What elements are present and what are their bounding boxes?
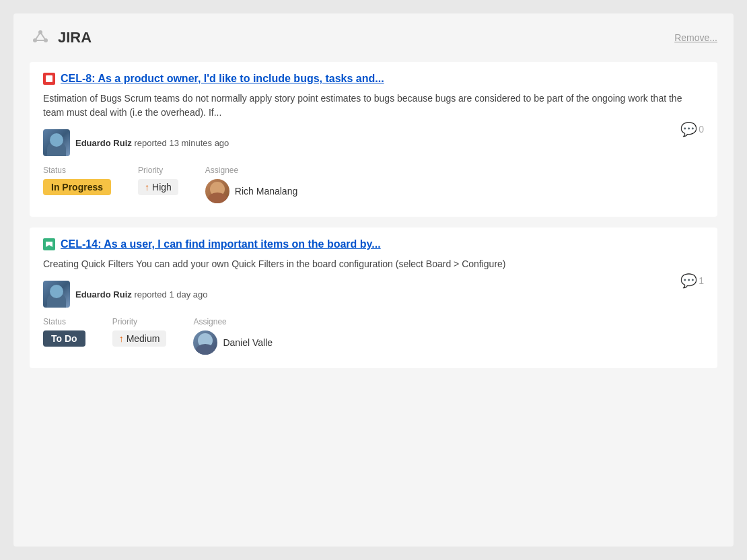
status-badge[interactable]: To Do [43,330,85,347]
issue-link[interactable]: CEL-14: As a user, I can find important … [61,238,381,250]
priority-value: High [152,182,172,193]
assignee-row: Rich Manalang [205,179,297,203]
priority-group: Priority ↑ Medium [112,317,167,347]
assignee-avatar [193,330,217,355]
priority-badge: ↑ High [138,179,178,195]
meta-row: Status To Do Priority ↑ Medium Assignee … [43,317,704,355]
reporter-name: Eduardo Ruiz [75,289,132,300]
status-group: Status In Progress [43,166,111,195]
issue-title-row: CEL-14: As a user, I can find important … [43,238,704,250]
assignee-label: Assignee [205,166,297,175]
priority-group: Priority ↑ High [138,166,178,195]
header-left: JIRA [30,27,92,48]
priority-arrow-icon: ↑ [145,182,149,193]
comment-badge: 💬 1 [680,273,704,289]
reporter-row: Eduardo Ruiz reported 1 day ago 💬 1 [43,281,704,308]
card-header: JIRA Remove... [30,27,717,48]
card-title: JIRA [58,29,92,46]
bug-type-icon [43,73,55,85]
issue-description: Creating Quick Filters You can add your … [43,257,704,271]
jira-card: JIRA Remove... CEL-8: As a product owner… [13,13,734,547]
reporter-text: Eduardo Ruiz reported 1 day ago [75,289,208,300]
reporter-time: reported 1 day ago [134,289,207,300]
reporter-section: Eduardo Ruiz reported 13 minutes ago 💬 0… [43,129,704,203]
comment-icon: 💬 [680,121,697,137]
reporter-row: Eduardo Ruiz reported 13 minutes ago 💬 0 [43,129,704,156]
reporter-section: Eduardo Ruiz reported 1 day ago 💬 1 Stat… [43,281,704,355]
meta-row: Status In Progress Priority ↑ High Assig… [43,166,704,203]
status-badge[interactable]: In Progress [43,179,111,195]
issue-description: Estimation of Bugs Scrum teams do not no… [43,92,704,120]
svg-line-3 [35,32,40,40]
priority-value: Medium [127,333,160,344]
status-group: Status To Do [43,317,85,347]
comment-badge: 💬 0 [680,121,704,137]
assignee-name: Rich Manalang [235,186,297,197]
reporter-avatar [43,281,70,308]
priority-label: Priority [138,166,178,175]
svg-rect-6 [46,75,52,82]
priority-badge: ↑ Medium [112,330,167,347]
issue-item: CEL-8: As a product owner, I'd like to i… [30,62,717,217]
priority-arrow-icon: ↑ [119,333,124,344]
issue-item: CEL-14: As a user, I can find important … [30,228,717,368]
priority-label: Priority [112,317,167,326]
assignee-avatar [205,179,229,203]
story-type-icon [43,238,55,250]
status-label: Status [43,166,111,175]
issue-title-row: CEL-8: As a product owner, I'd like to i… [43,73,704,85]
jira-logo-icon [30,27,51,48]
comment-icon: 💬 [680,273,697,289]
reporter-time: reported 13 minutes ago [134,138,229,148]
assignee-group: Assignee Daniel Valle [193,317,273,355]
svg-line-5 [40,32,46,40]
assignee-row: Daniel Valle [193,330,273,355]
comment-count: 0 [699,124,704,135]
issue-link[interactable]: CEL-8: As a product owner, I'd like to i… [61,73,384,85]
reporter-text: Eduardo Ruiz reported 13 minutes ago [75,138,229,148]
comment-count: 1 [699,275,704,286]
reporter-avatar [43,129,70,156]
assignee-group: Assignee Rich Manalang [205,166,297,203]
assignee-label: Assignee [193,317,273,326]
reporter-name: Eduardo Ruiz [75,138,132,148]
assignee-name: Daniel Valle [223,337,273,348]
remove-button[interactable]: Remove... [674,32,717,43]
status-label: Status [43,317,85,326]
